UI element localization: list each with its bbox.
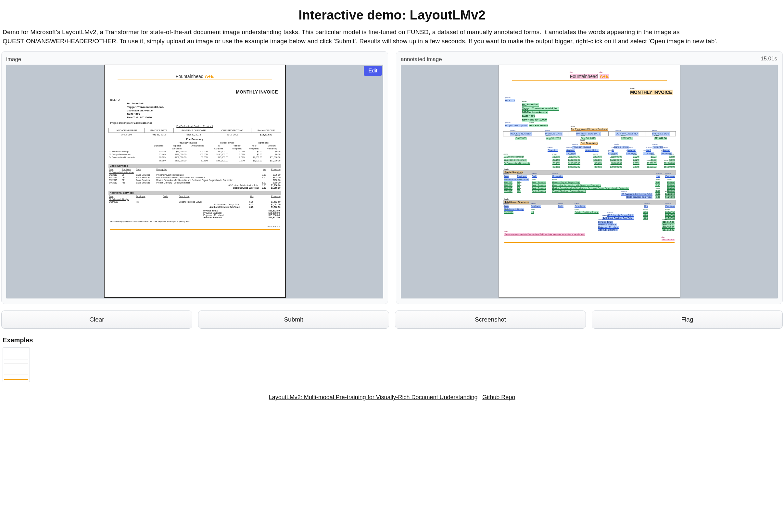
invoice-total: $11,812.80 [268, 209, 280, 212]
ann-svc-subtotal: Basic Services Sub Total:9.00$1,250.00 [503, 196, 676, 198]
paper-link[interactable]: LayoutLMv2: Multi-modal Pre-training for… [269, 394, 478, 400]
acct-bal-label: Account Balance: [203, 216, 222, 219]
elapsed-time: 15.01s [761, 56, 777, 62]
flag-button[interactable]: Flag [592, 310, 783, 329]
ann-page-number: PAGE # 1 of 1 [503, 239, 676, 241]
ann-svch2b: Code [558, 205, 563, 207]
ann-svch1: Employee [517, 175, 527, 178]
ann-svc-row: 8/1/2013DFBasic ServicesReview Procedure… [503, 187, 676, 190]
ann-col-duedate: PAYMENT DUE DATE [576, 132, 600, 135]
svc-h-code: Code [135, 168, 156, 171]
basic-services-bar: Basic Services [109, 164, 281, 168]
ann-svc-row: 8/15/2013HRExisting Facilities Survey6.2… [503, 211, 676, 214]
ann-address: Mr. John Galt Taggart Transcontinental, … [522, 103, 676, 122]
page-description: Demo for Microsoft's LayoutLMv2, a Trans… [3, 28, 781, 46]
addr-name: Mr. John Galt [127, 102, 281, 106]
ann-addl-bar: Additional Services [503, 200, 676, 205]
page-number: PAGE # 1 of 1 [109, 226, 281, 228]
svc-h-ext: Extension [267, 168, 281, 171]
clear-button[interactable]: Clear [1, 310, 192, 329]
ann-svc-subtotal: 06 Contract Administration Total:9.00$1,… [503, 193, 676, 196]
svc-row: 8/1/2013DFBasic ServicesPrepare Payout R… [109, 173, 281, 176]
ann-svch1b: Employee [531, 205, 541, 207]
ann-totals: Invoice Total:$11,812.80 Previous Balanc… [503, 221, 676, 231]
fee-row: 02 Schematic Design15.63%$80,000.00100.0… [109, 150, 281, 153]
addr-street: 355 Madison Avenue [127, 109, 281, 113]
ann-acctbal-label: Account Balance: [598, 229, 618, 231]
feesum-rem: Remaining [246, 141, 281, 144]
ann-fh1: Stipulated [548, 149, 558, 152]
totals-block: Invoice Total:$11,812.80 Previous Balanc… [109, 209, 281, 219]
svc-row: 8/1/2013DFBasic ServicesPreconstruction … [109, 176, 281, 179]
svc-subtotal: 02 Schematic Design Total:6.25$1,562.50 [109, 203, 281, 205]
ann-svch5b: Extension [665, 205, 675, 207]
ann-svc-row: 8/1/2013DFBasic ServicesPreconstruction … [503, 184, 676, 187]
example-thumbnail[interactable] [3, 347, 30, 382]
svc-row: 8/1/2013DFBasic ServicesReview Procedure… [109, 179, 281, 181]
submit-button[interactable]: Submit [198, 310, 389, 329]
screenshot-button[interactable]: Screenshot [395, 310, 586, 329]
feesum-h1: Stipulated [150, 144, 167, 147]
payments: $63,950.00 [268, 214, 280, 216]
examples-heading: Examples [3, 336, 783, 344]
svc-h-code-2: Code [162, 195, 178, 198]
output-image-area[interactable]: Fountainhead A+E MONTHLY INVOICE BILL TO… [401, 65, 778, 299]
ann-svc-subtotal: Additional Services Sub Total:6.25$1,562… [503, 217, 676, 220]
annotated-document: Fountainhead A+E MONTHLY INVOICE BILL TO… [499, 65, 680, 298]
ann-bill-to: BILL TO [505, 99, 676, 102]
ann-feerem: Remaining [652, 146, 663, 148]
prev-bal-label: Previous Balance: [203, 212, 222, 214]
ann-svch5: Extension [665, 175, 675, 178]
addr-suite: Suite 4500 [127, 112, 281, 116]
ann-svc-row: 06 Contract Administration [503, 178, 676, 181]
ann-invoice-info-table: INVOICE NUMBER INVOICE DATE PAYMENT DUE … [503, 131, 676, 140]
svc-subtotal: 06 Contract Administration Total:9.00$1,… [109, 184, 281, 187]
ann-addl-table: DateEmployeeCodeDescriptionHrsExtension … [503, 205, 676, 220]
output-panel: annotated image 15.01s Fountainhead A+E … [396, 51, 783, 304]
input-panel-label: image [6, 56, 383, 63]
feesum-b5: completed [229, 147, 246, 150]
basic-services-table: DateEmployeeCodeDescriptionHrsExtension … [109, 168, 281, 189]
svc-h-emp: Employee [121, 168, 135, 171]
footer-sep: | [478, 394, 483, 400]
projdesc-label: Project Description: [110, 121, 133, 124]
ann-svch4b: Hrs [644, 205, 648, 207]
ann-val-invnum: GALT-009 [515, 137, 527, 140]
additional-services-table: DateEmployeeCodeDescriptionHrsExtension … [109, 195, 281, 208]
footer: LayoutLMv2: Multi-modal Pre-training for… [1, 394, 783, 401]
input-document: Fountainhead A+E MONTHLY INVOICE BILL TO… [104, 65, 286, 298]
svc-h-desc-2: Description [178, 195, 240, 198]
ann-val-invdate: Aug 31, 2013 [546, 137, 561, 140]
svc-h-desc: Description [156, 168, 259, 171]
ann-logo-suffix: A+E [599, 74, 609, 79]
ann-val-projno: 2012-0001 [621, 137, 633, 140]
additional-services-bar: Additional Services [109, 191, 281, 195]
feesum-b7: Remaining [263, 147, 281, 150]
panels-row: image Edit Fountainhead A+E MONTHLY INVO… [1, 51, 783, 304]
ann-svch3b: Description [575, 205, 586, 207]
input-image-area[interactable]: Edit Fountainhead A+E MONTHLY INVOICE BI… [6, 65, 383, 299]
ann-projdesc-value: Galt Residence [529, 124, 548, 127]
feesum-prev: Previously Invoiced [167, 141, 209, 144]
bill-to-label: BILL TO [110, 99, 281, 101]
fee-summary-table: Previously InvoicedCurrent InvoiceRemain… [109, 141, 281, 162]
edit-button[interactable]: Edit [364, 66, 382, 76]
ann-footnote: Please make payments to Fountainhead A+E… [503, 233, 676, 235]
ann-svc-subtotal: 02 Schematic Design Total:6.25$1,562.50 [503, 214, 676, 217]
val-invoice-date: Aug 31, 2013 [144, 133, 173, 137]
repo-link[interactable]: Github Repo [482, 394, 515, 400]
feesum-h4: % [209, 144, 229, 147]
feesum-h7: Amount [263, 144, 281, 147]
ann-svch3: Description [552, 175, 563, 178]
project-description: Project Description: Galt Residence [110, 121, 281, 124]
col-project-no: OUR PROJECT NO. [214, 128, 251, 133]
divider [118, 80, 272, 80]
payments-label: Payments Received: [203, 214, 224, 216]
feesum-h5: Value of [229, 144, 246, 147]
prof-services-header: For Professional Services Rendered [109, 125, 281, 127]
ann-fee-summary-table: Previously InvoicedCurrent InvoiceRemain… [503, 145, 676, 169]
val-invoice-num: GALT-009 [109, 133, 144, 137]
projdesc-value: Galt Residence [134, 121, 152, 124]
ann-doc-heading: MONTHLY INVOICE [503, 90, 673, 95]
ann-fee-row: 02 Schematic Design15.63%$80,000.00100.0… [503, 155, 676, 159]
